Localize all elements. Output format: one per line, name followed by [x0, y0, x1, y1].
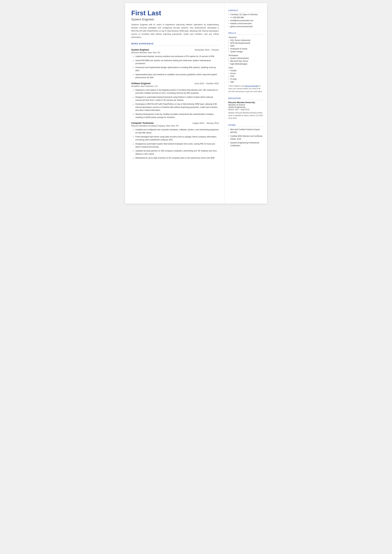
list-item: Agile Methodologies — [228, 63, 263, 65]
job-2-header: Software Engineer June 2013 – October 20… — [131, 82, 219, 85]
job-1-dates: November 2015 – Present — [195, 49, 219, 51]
job-2-title: Software Engineer — [131, 82, 151, 85]
education-label: EDUCATION — [228, 97, 263, 100]
list-item: Scrum — [228, 72, 263, 75]
job-2-bullets: Deployed a new feature in the flagship p… — [131, 89, 219, 119]
list-item: Designed an automated testing framework … — [133, 96, 219, 102]
job-3-dates: August 2010 – January 2013 — [192, 122, 219, 124]
job-1-header: System Engineer November 2015 – Present — [131, 49, 219, 51]
technical-skills: SQL Server (Advanced) MATLAB (Experience… — [228, 39, 263, 53]
list-item: email@resumeworded.com — [228, 19, 263, 22]
skills-label: SKILLS — [228, 32, 263, 35]
other-section: OTHER Microsoft Certified Solutions Expe… — [228, 124, 263, 147]
list-item: XML — [228, 81, 263, 83]
list-item: Implemented disaster recovery solutions … — [133, 55, 219, 58]
job-1-company: Resume Worded, New York, NY — [131, 51, 219, 54]
list-item: PHP — [228, 75, 263, 77]
list-item: Columbia, SC (Open to Remote) — [228, 14, 263, 16]
edu-dates: Boston, MA — May 2018 — [228, 108, 263, 111]
job-3-title: Computer Technician — [131, 122, 154, 124]
techniques-skills: System Administration Microsoft SQL Serv… — [228, 57, 263, 65]
list-item: Developed a RESTful API with Flask/Pytho… — [133, 103, 219, 112]
list-item: SQL Server (Advanced) — [228, 39, 263, 41]
left-column: First Last System Engineer Systems Engin… — [125, 3, 224, 204]
technical-label: Technical: — [228, 36, 263, 39]
edu-degree: Bachelor of Science — [228, 104, 263, 106]
tools-skills: Ansible Scrum PHP PL/SQL XML — [228, 70, 263, 83]
list-item: PL/SQL — [228, 78, 263, 80]
list-item: Ansible — [228, 70, 263, 72]
list-item: Slashed development costs by creating re… — [133, 113, 219, 119]
resume-page: First Last System Engineer Systems Engin… — [125, 3, 267, 204]
edu-field: System Engineering — [228, 106, 263, 108]
promo-link[interactable]: Resume Worded — [245, 85, 259, 87]
job-3-header: Computer Technician August 2010 – Januar… — [131, 122, 219, 124]
contact-section: CONTACT Columbia, SC (Open to Remote) +1… — [228, 9, 263, 28]
candidate-name: First Last — [131, 9, 219, 17]
list-item: Saved RW $90K per quarter via extensive … — [133, 59, 219, 65]
list-item: Microsoft Certified Solutions Expert (MC… — [228, 128, 263, 134]
right-column: CONTACT Columbia, SC (Open to Remote) +1… — [224, 3, 267, 204]
contact-list: Columbia, SC (Open to Remote) +1-335-900… — [228, 14, 263, 28]
list-item: Spearheaded plans and methods to establi… — [133, 73, 219, 79]
job-2-dates: June 2013 – October 2015 — [195, 82, 219, 85]
list-item: Certified IEEE Member and Certificate Ho… — [228, 135, 263, 140]
job-1-bullets: Implemented disaster recovery solutions … — [131, 55, 219, 79]
promo-text: • Don't forget to use Resume Worded to s… — [228, 85, 263, 93]
other-list: Microsoft Certified Solutions Expert (MC… — [228, 128, 263, 147]
education-section: EDUCATION Resume Worded University Bache… — [228, 97, 263, 120]
job-2-company: Growthsi, San Francisco, CA — [131, 85, 219, 87]
list-item: Microsoft SQL Server — [228, 60, 263, 62]
list-item: Fixed damaged hard drives using data rec… — [133, 135, 219, 141]
list-item: MATLAB (Experienced) — [228, 42, 263, 44]
list-item: Maintained an up-to-date inventory of 5K… — [133, 156, 219, 160]
list-item: Systems Engineering Professional Certifi… — [228, 141, 263, 147]
list-item: Installed and configured new computer ha… — [133, 128, 219, 134]
job-3-company: Resume Worded's Exciting Company, New Yo… — [131, 125, 219, 127]
summary-text: Systems Engineer with 9+ years of experi… — [131, 23, 219, 39]
list-item: linkedin.com/in/username — [228, 22, 263, 25]
skills-section: SKILLS Technical: SQL Server (Advanced) … — [228, 32, 263, 93]
edu-school: Resume Worded University — [228, 101, 263, 104]
list-item: System Administration — [228, 57, 263, 59]
list-item: +1-335-900-889 — [228, 16, 263, 19]
list-item: System design — [228, 50, 263, 53]
list-item: Introduced and implemented design optimi… — [133, 66, 219, 72]
list-item: Deployed a new feature in the flagship p… — [133, 89, 219, 95]
job-3-bullets: Installed and configured new computer ha… — [131, 128, 219, 160]
list-item: Updated security patches on 300 company … — [133, 149, 219, 155]
edu-awards: Awards: Resume Worded Teaching Fellow (o… — [228, 112, 263, 120]
list-item: github.com/resumeworded — [228, 25, 263, 28]
list-item: AWS — [228, 45, 263, 47]
contact-label: CONTACT — [228, 9, 263, 12]
other-label: OTHER — [228, 124, 263, 127]
list-item: Sharepoint & Oracle — [228, 48, 263, 50]
work-experience-label: WORK EXPERIENCE — [131, 43, 219, 46]
tools-label: Tools: — [228, 67, 263, 69]
list-item: Designed an automated system that tracke… — [133, 142, 219, 149]
techniques-label: Techniques: — [228, 54, 263, 56]
job-1-title: System Engineer — [131, 49, 149, 51]
candidate-title: System Engineer — [131, 18, 219, 21]
